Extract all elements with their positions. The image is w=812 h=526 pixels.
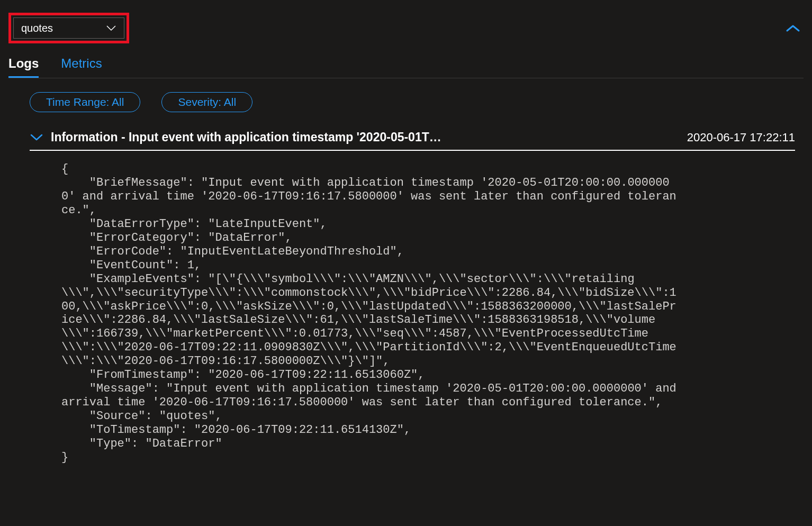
- chevron-down-icon: [30, 133, 43, 142]
- log-filters: Time Range: All Severity: All: [8, 92, 804, 112]
- log-entry-title: Information - Input event with applicati…: [51, 130, 680, 144]
- tab-metrics[interactable]: Metrics: [61, 56, 102, 78]
- source-dropdown-value: quotes: [21, 22, 53, 34]
- filter-time-range[interactable]: Time Range: All: [30, 92, 140, 112]
- dropdown-annotation-highlight: quotes: [8, 13, 129, 43]
- log-entry-timestamp: 2020-06-17 17:22:11: [687, 131, 795, 144]
- tab-logs[interactable]: Logs: [8, 56, 39, 78]
- view-tabs: Logs Metrics: [8, 56, 804, 78]
- panel-collapse-button[interactable]: [782, 18, 804, 39]
- log-entry: Information - Input event with applicati…: [8, 130, 804, 465]
- filter-severity[interactable]: Severity: All: [161, 92, 252, 112]
- log-entry-header[interactable]: Information - Input event with applicati…: [30, 130, 795, 151]
- log-entry-body: { "BriefMessage": "Input event with appl…: [30, 151, 681, 465]
- source-dropdown[interactable]: quotes: [13, 17, 124, 39]
- chevron-down-icon: [106, 25, 116, 31]
- chevron-up-icon: [786, 24, 800, 33]
